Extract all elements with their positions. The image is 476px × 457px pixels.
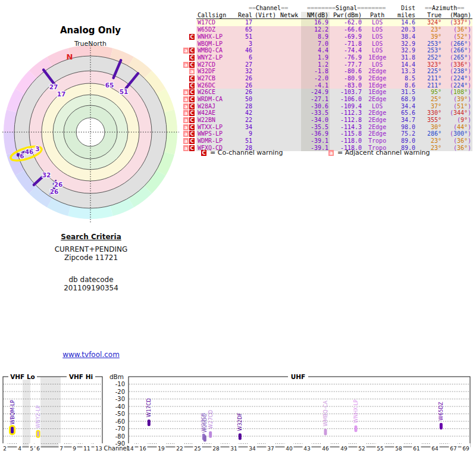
co-channel-warning-chip: C bbox=[189, 34, 195, 40]
cell-azimuth-true: 25° bbox=[416, 96, 443, 103]
column-header-magn: (Magn) bbox=[443, 12, 472, 19]
cell-pwr-dbm: -112.8 bbox=[330, 117, 363, 124]
cell-network bbox=[277, 124, 301, 131]
search-criteria-zipcode: Zipcode 11721 bbox=[0, 253, 182, 262]
cell-nm-db: 7.0 bbox=[301, 40, 330, 47]
cell-azimuth-magn: (224°) bbox=[443, 75, 472, 82]
cell-azimuth-true: 95° bbox=[416, 89, 443, 96]
cell-pwr-dbm: -80.9 bbox=[330, 75, 363, 82]
adjacent-warning-chip: a bbox=[183, 124, 189, 130]
db-datecode-value: 201109190354 bbox=[0, 284, 182, 292]
cell-nm-db: -34.0 bbox=[301, 117, 330, 124]
cell-pwr-dbm: -106.0 bbox=[330, 96, 363, 103]
cell-channel-virt bbox=[253, 33, 277, 40]
warning-flags: aC bbox=[181, 130, 196, 137]
cell-network bbox=[277, 137, 301, 145]
cell-pwr-dbm: -62.0 bbox=[330, 19, 363, 26]
channel-tick-label: 49 bbox=[340, 446, 347, 452]
co-channel-chip: C bbox=[201, 150, 206, 156]
cell-channel-virt bbox=[253, 61, 277, 68]
bar-callsign-label: W27CD bbox=[208, 409, 214, 428]
adjacent-warning-chip: a bbox=[183, 138, 189, 144]
channel-tick-label: 13 bbox=[95, 446, 102, 452]
signal-bar bbox=[239, 433, 242, 440]
bar-callsign-label: WNYZ-LP bbox=[35, 405, 41, 428]
cell-nm-db: 4.4 bbox=[301, 47, 330, 54]
co-channel-warning-chip: C bbox=[189, 110, 195, 116]
cell-path: 2Edge bbox=[363, 68, 392, 75]
table-row: CWNYZ-LP61.9-76.91Edge31.8252°(265°) bbox=[181, 54, 472, 61]
warning-flags: aC bbox=[181, 103, 196, 110]
cell-network bbox=[277, 40, 301, 47]
warning-flags: C bbox=[181, 75, 196, 82]
cell-pwr-dbm: -83.0 bbox=[330, 82, 363, 89]
adjacent-channel-label: = Adjacent channel warning bbox=[337, 149, 430, 156]
cell-path: LOS bbox=[363, 61, 392, 68]
cell-callsign: WNHX-LP bbox=[196, 33, 236, 40]
channel-tick-label: 61 bbox=[413, 446, 419, 452]
warning-flags: C bbox=[181, 82, 196, 89]
warning-flags bbox=[181, 19, 196, 26]
channel-tick-label: 22 bbox=[176, 446, 183, 452]
table-row: aCW22BN22-34.0-112.82Edge34.7355°(9°) bbox=[181, 117, 472, 124]
signal-bar bbox=[148, 420, 151, 426]
cell-azimuth-magn: (36°) bbox=[443, 145, 472, 152]
cell-callsign: WDMR-LP bbox=[196, 137, 236, 145]
cell-dist-miles: 14.4 bbox=[392, 61, 416, 68]
signal-group-header: ========Signal======== bbox=[301, 5, 392, 12]
cell-nm-db: -27.1 bbox=[301, 96, 330, 103]
table-row: aCWDMR-LP51-39.1-118.0Tropo89.023°(36°) bbox=[181, 137, 472, 145]
cell-dist-miles: 68.9 bbox=[392, 96, 416, 103]
cell-nm-db: 12.2 bbox=[301, 26, 330, 33]
north-label: N bbox=[67, 52, 73, 61]
cell-network bbox=[277, 103, 301, 110]
cell-dist-miles: 34.4 bbox=[392, 103, 416, 110]
cell-callsign: W65DZ bbox=[196, 26, 236, 33]
signal-bar bbox=[440, 423, 443, 430]
channel-tick-label: 46 bbox=[322, 446, 329, 452]
channel-tick-label: 40 bbox=[286, 446, 293, 452]
marker-channel-label: 3 bbox=[35, 145, 39, 152]
cell-channel-virt bbox=[253, 96, 277, 103]
cell-azimuth-true: 323° bbox=[416, 61, 443, 68]
table-row: aCW28AJ28-30.6-109.4LOS34.437°(51°) bbox=[181, 103, 472, 110]
cell-nm-db: -39.1 bbox=[301, 145, 330, 152]
cell-pwr-dbm: -76.9 bbox=[330, 54, 363, 61]
warning-flags bbox=[181, 40, 196, 47]
cell-channel-real: 51 bbox=[236, 137, 253, 145]
dbm-tick-label: -80 bbox=[115, 433, 125, 440]
channel-tick-label: 6 bbox=[36, 446, 40, 452]
search-criteria-heading: Search Criteria bbox=[0, 233, 182, 241]
dist-group-header: Dist bbox=[392, 5, 416, 12]
adjacent-warning-chip: a bbox=[183, 89, 189, 95]
cell-azimuth-true: 252° bbox=[416, 54, 443, 61]
column-header-callsign: Callsign bbox=[196, 12, 236, 19]
channel-tick-label: 31 bbox=[230, 446, 237, 452]
channel-tick-label: 69 bbox=[462, 446, 469, 452]
cell-network bbox=[277, 68, 301, 75]
cell-callsign: WRDM-CA bbox=[196, 96, 236, 103]
cell-channel-virt bbox=[253, 19, 277, 26]
cell-pwr-dbm: -69.9 bbox=[330, 33, 363, 40]
cell-nm-db: -1.8 bbox=[301, 68, 330, 75]
bar-callsign-label: WNHX-LP bbox=[353, 399, 359, 422]
dbm-tick-label: -60 bbox=[115, 418, 125, 425]
cell-callsign: W22BN bbox=[196, 117, 236, 124]
co-channel-warning-chip: C bbox=[189, 89, 195, 95]
table-row: aCW27CD271.2-77.7LOS14.4323°(336°) bbox=[181, 61, 472, 68]
dbm-tick-label: -40 bbox=[115, 403, 125, 410]
cell-channel-virt bbox=[253, 40, 277, 47]
marker-channel-label: 17 bbox=[57, 90, 66, 98]
cell-channel-virt bbox=[253, 109, 277, 117]
tvfool-link[interactable]: www.tvfool.com bbox=[62, 350, 120, 359]
warning-flags: aC bbox=[181, 61, 196, 68]
marker-channel-label: 26 bbox=[50, 188, 59, 195]
channel-tick-label: 16 bbox=[139, 446, 146, 452]
cell-channel-virt bbox=[253, 103, 277, 110]
bar-callsign-label: W65DZ bbox=[438, 402, 444, 421]
dbm-tick-label: -50 bbox=[115, 411, 125, 417]
adjacent-channel-legend: a= Adjacent channel warning bbox=[328, 149, 430, 156]
table-row: W17CD1716.9-62.0LOS14.6324°(337°) bbox=[181, 19, 472, 26]
cell-azimuth-magn: (52°) bbox=[443, 33, 472, 40]
channel-tick-label: 34 bbox=[249, 446, 256, 452]
